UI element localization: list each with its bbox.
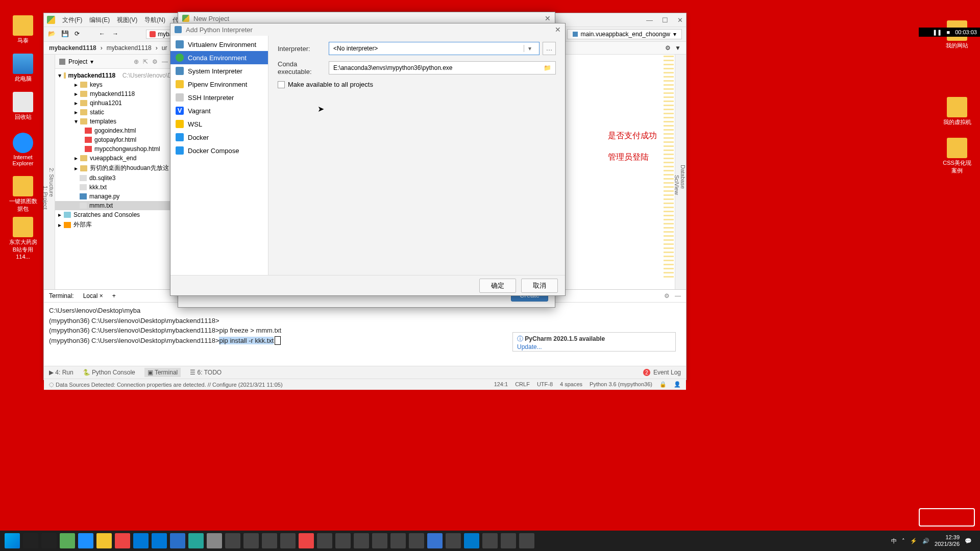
env-system[interactable]: System Interpreter bbox=[170, 64, 268, 78]
task-view-icon[interactable] bbox=[41, 533, 57, 548]
taskbar-app[interactable] bbox=[464, 533, 479, 548]
taskbar-app[interactable] bbox=[243, 533, 259, 548]
browse-button[interactable]: … bbox=[543, 42, 556, 55]
env-virtualenv[interactable]: Virtualenv Environment bbox=[170, 38, 268, 51]
taskbar-app[interactable] bbox=[390, 533, 406, 548]
python-console-tab[interactable]: 🐍 Python Console bbox=[83, 369, 135, 376]
terminal-tab-local[interactable]: Local × bbox=[79, 291, 107, 300]
taskbar-app[interactable] bbox=[96, 533, 112, 548]
env-ssh[interactable]: SSH Interpreter bbox=[170, 91, 268, 104]
terminal-tab[interactable]: ▣ Terminal bbox=[144, 368, 181, 377]
tree-item[interactable]: vueappback_end bbox=[90, 155, 136, 162]
taskbar-app[interactable] bbox=[427, 533, 443, 548]
taskbar-app[interactable] bbox=[317, 533, 332, 548]
conda-exe-field[interactable]: E:\anaconda3\envs\mypython36\python.exe … bbox=[329, 61, 556, 74]
env-docker-compose[interactable]: Docker Compose bbox=[170, 144, 268, 157]
env-wsl[interactable]: WSL bbox=[170, 117, 268, 131]
desktop-icon-recycle[interactable]: 回收站 bbox=[8, 92, 38, 121]
run-tab[interactable]: ▶ 4: Run bbox=[49, 369, 74, 376]
settings-icon[interactable]: ⚙ bbox=[665, 44, 671, 52]
tool-database[interactable]: Database bbox=[680, 65, 686, 289]
project-tree[interactable]: ▾mybackend1118 C:\Users\lenovo\D ▸keys ▸… bbox=[55, 69, 172, 232]
taskbar-app[interactable] bbox=[262, 533, 277, 548]
lock-icon[interactable]: 🔒 bbox=[659, 381, 667, 388]
taskbar-app[interactable] bbox=[115, 533, 130, 548]
close-icon[interactable]: ✕ bbox=[677, 16, 683, 24]
taskbar-app[interactable] bbox=[152, 533, 167, 548]
breadcrumb-root[interactable]: mybackend1118 bbox=[49, 44, 96, 52]
add-terminal-icon[interactable]: + bbox=[112, 292, 116, 299]
tool-structure[interactable]: 2: Structure bbox=[48, 75, 55, 289]
chevron-down-icon[interactable]: ▾ bbox=[90, 58, 93, 65]
back-icon[interactable]: ← bbox=[99, 30, 107, 38]
ok-button[interactable]: 确定 bbox=[479, 279, 516, 293]
gear-icon[interactable]: ⚙ bbox=[152, 58, 158, 65]
gear-icon[interactable]: ⚙ bbox=[664, 292, 670, 299]
taskbar-app[interactable] bbox=[446, 533, 461, 548]
taskbar-app[interactable] bbox=[372, 533, 387, 548]
taskbar-app[interactable] bbox=[519, 533, 534, 548]
chevron-down-icon[interactable]: ▾ bbox=[524, 45, 535, 52]
desktop-icon-pc[interactable]: 此电脑 bbox=[8, 54, 38, 83]
env-conda[interactable]: Conda Environment bbox=[170, 51, 268, 64]
close-icon[interactable]: ✕ bbox=[555, 26, 561, 34]
status-interpreter[interactable]: Python 3.6 (mypython36) bbox=[590, 381, 652, 388]
env-vagrant[interactable]: VVagrant bbox=[170, 104, 268, 117]
stop-icon[interactable]: ■ bbox=[947, 29, 950, 35]
maximize-icon[interactable]: ☐ bbox=[662, 16, 668, 24]
checkbox-icon[interactable] bbox=[278, 81, 285, 88]
start-button[interactable] bbox=[5, 533, 20, 548]
folder-icon[interactable]: 📁 bbox=[544, 64, 551, 71]
filter-icon[interactable]: ▼ bbox=[675, 44, 681, 52]
interpreter-dropdown[interactable]: <No interpreter> ▾ bbox=[329, 42, 540, 55]
status-lineend[interactable]: CRLF bbox=[515, 381, 530, 388]
tree-item[interactable]: kkk.txt bbox=[89, 184, 107, 191]
desktop-icon[interactable]: CSS美化现案例 bbox=[942, 138, 972, 174]
taskbar-app[interactable] bbox=[335, 533, 351, 548]
desktop-icon[interactable]: 我的虚拟机 bbox=[942, 97, 972, 126]
menu-view[interactable]: 视图(V) bbox=[117, 16, 137, 24]
taskbar-app[interactable] bbox=[501, 533, 516, 548]
tree-item[interactable]: qinhua1201 bbox=[90, 99, 122, 107]
tray-volume-icon[interactable]: 🔊 bbox=[922, 538, 929, 544]
status-message[interactable]: Data Sources Detected: Connection proper… bbox=[56, 382, 283, 388]
event-log-tab[interactable]: Event Log bbox=[653, 369, 681, 376]
notification-update-link[interactable]: Update... bbox=[517, 343, 542, 350]
todo-tab[interactable]: ☰ 6: TODO bbox=[190, 369, 222, 376]
make-available-checkbox[interactable]: Make available to all projects bbox=[278, 81, 556, 88]
taskbar-app[interactable] bbox=[280, 533, 296, 548]
close-tab-icon[interactable]: × bbox=[100, 292, 103, 299]
tree-item[interactable]: static bbox=[90, 109, 104, 116]
tool-project[interactable]: 1: Project bbox=[42, 106, 48, 289]
desktop-icon[interactable]: 东京大药房B站专用114... bbox=[8, 217, 38, 260]
taskbar-app[interactable] bbox=[60, 533, 75, 548]
desktop-icon[interactable]: 马泰 bbox=[8, 15, 38, 44]
tree-root[interactable]: mybackend1118 bbox=[68, 72, 116, 79]
minimize-icon[interactable]: — bbox=[646, 16, 653, 24]
menu-edit[interactable]: 编辑(E) bbox=[89, 16, 110, 24]
breadcrumb-item[interactable]: mybackend1118 bbox=[107, 44, 152, 52]
taskbar-app[interactable] bbox=[207, 533, 222, 548]
taskbar-app[interactable] bbox=[299, 533, 314, 548]
tree-item[interactable]: gotopayfor.html bbox=[94, 136, 136, 143]
taskbar-app[interactable] bbox=[482, 533, 498, 548]
env-pipenv[interactable]: Pipenv Environment bbox=[170, 78, 268, 91]
taskbar-app[interactable] bbox=[78, 533, 93, 548]
hide-icon[interactable]: — bbox=[675, 292, 681, 299]
tree-item-selected[interactable]: mmm.txt bbox=[89, 202, 113, 209]
person-icon[interactable]: 👤 bbox=[674, 381, 681, 388]
hide-icon[interactable]: — bbox=[162, 58, 168, 65]
open-icon[interactable]: 📂 bbox=[48, 30, 56, 38]
breadcrumb-item[interactable]: ur bbox=[162, 44, 167, 52]
tray-clock[interactable]: 12:39 2021/3/26 bbox=[935, 534, 960, 547]
play-icon[interactable]: ❚❚ bbox=[933, 29, 942, 36]
tray-network-icon[interactable]: ⚡ bbox=[910, 538, 917, 544]
collapse-icon[interactable]: ⇱ bbox=[143, 58, 148, 65]
taskbar-app[interactable] bbox=[225, 533, 240, 548]
target-icon[interactable]: ⊕ bbox=[134, 58, 139, 65]
menu-file[interactable]: 文件(F) bbox=[62, 16, 82, 24]
refresh-icon[interactable]: ⟳ bbox=[75, 30, 83, 38]
taskbar-app[interactable] bbox=[133, 533, 149, 548]
tree-item[interactable]: gogoindex.html bbox=[94, 127, 136, 134]
taskbar-app[interactable] bbox=[188, 533, 204, 548]
